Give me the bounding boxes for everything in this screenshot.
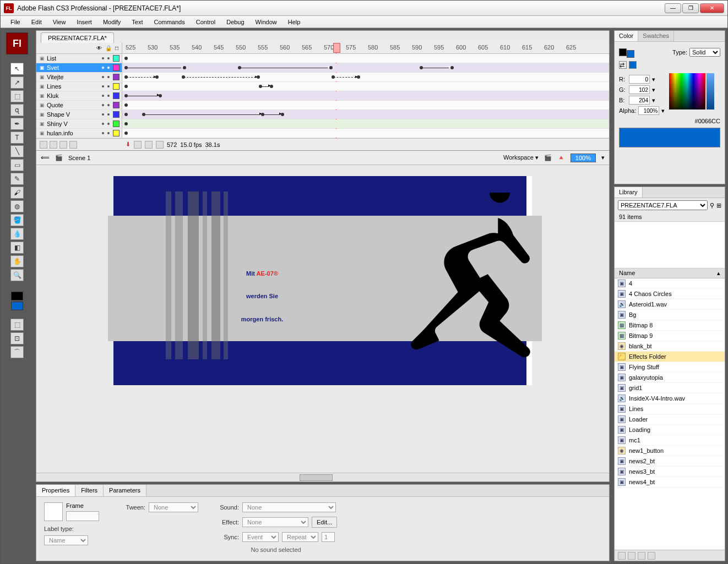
brightness-strip[interactable]: [707, 73, 714, 109]
new-symbol-button[interactable]: [618, 552, 626, 560]
maximize-button[interactable]: ❐: [682, 3, 699, 13]
library-item[interactable]: 🔊InsideX-V4-Intro.wav: [615, 393, 725, 404]
edit-effect-button[interactable]: Edit...: [312, 517, 337, 528]
fill-color-icon[interactable]: [627, 50, 634, 58]
tab-library[interactable]: Library: [615, 187, 643, 198]
menu-window[interactable]: Window: [250, 17, 282, 27]
sync-select[interactable]: Event: [242, 532, 279, 542]
r-input[interactable]: [629, 75, 650, 84]
default-colors-icon[interactable]: [629, 61, 637, 69]
library-item[interactable]: ▣4 Chaos Circles: [615, 289, 725, 299]
library-item[interactable]: ▩Bitmap 8: [615, 320, 725, 331]
library-item[interactable]: ▣news3_bt: [615, 467, 725, 477]
selection-tool[interactable]: ↖: [10, 63, 24, 75]
rectangle-tool[interactable]: ▭: [10, 159, 24, 171]
frame-label-input[interactable]: [66, 511, 99, 521]
delete-button[interactable]: [648, 552, 655, 560]
library-item[interactable]: ▣Bg: [615, 310, 725, 320]
zoom-dropdown[interactable]: ▾: [601, 154, 605, 161]
menu-debug[interactable]: Debug: [221, 17, 249, 27]
library-item[interactable]: ▣mc1: [615, 435, 725, 446]
color-picker[interactable]: [669, 73, 705, 109]
layer-row[interactable]: ▣Vitejte: [36, 73, 609, 82]
frame-ruler[interactable]: 5255305355405455505555605655705755805855…: [122, 43, 609, 53]
layer-row[interactable]: ▣Quote: [36, 101, 609, 110]
snap-option[interactable]: ⌒: [10, 346, 24, 358]
colortype-select[interactable]: Solid: [689, 48, 720, 57]
tab-color[interactable]: Color: [615, 31, 638, 41]
repeat-count-input[interactable]: [322, 532, 335, 542]
stage[interactable]: Mit AE-07® werden Sie morgen frisch.: [113, 176, 532, 385]
menu-control[interactable]: Control: [191, 17, 221, 27]
library-item[interactable]: ▣Flying Stuff: [615, 362, 725, 373]
lib-col-name[interactable]: Name: [619, 270, 635, 277]
edit-scene-button[interactable]: 🎬: [544, 154, 552, 161]
pencil-tool[interactable]: ✎: [10, 173, 24, 185]
layer-row[interactable]: ▣List: [36, 54, 609, 63]
library-item[interactable]: ▣Loading: [615, 425, 725, 435]
layer-row[interactable]: ▣Shiny V: [36, 119, 609, 129]
library-item[interactable]: 📁Effects Folder: [615, 352, 725, 362]
layer-row[interactable]: ▣hulan.info: [36, 129, 609, 138]
new-layer-button[interactable]: [40, 141, 47, 149]
new-folder-button[interactable]: [628, 552, 635, 560]
tab-properties[interactable]: Properties: [36, 485, 75, 496]
brush-tool[interactable]: 🖌: [10, 187, 24, 199]
free-transform-tool[interactable]: ⬚: [10, 90, 24, 102]
new-motion-guide-button[interactable]: [50, 141, 57, 149]
tab-parameters[interactable]: Parameters: [104, 485, 146, 496]
lasso-tool[interactable]: ɋ: [10, 104, 24, 116]
alpha-input[interactable]: [638, 106, 659, 115]
labeltype-select[interactable]: Name: [44, 535, 88, 545]
workspace-menu[interactable]: Workspace ▾: [503, 154, 539, 161]
layer-row[interactable]: ▣Lines: [36, 82, 609, 91]
scene-name[interactable]: Scene 1: [68, 155, 90, 161]
eraser-tool[interactable]: ◧: [10, 242, 24, 254]
pen-tool[interactable]: ✒: [10, 118, 24, 130]
paint-bucket-tool[interactable]: 🪣: [10, 214, 24, 226]
onion-skin-button[interactable]: [134, 141, 142, 149]
menu-edit[interactable]: Edit: [26, 17, 47, 27]
zoom-level[interactable]: 100%: [571, 154, 596, 162]
library-item[interactable]: ▣4: [615, 278, 725, 289]
close-button[interactable]: ✕: [700, 3, 724, 13]
document-tab[interactable]: PREZENTACE7.FLA*: [41, 32, 114, 43]
library-item[interactable]: ▣grid1: [615, 383, 725, 393]
g-input[interactable]: [629, 85, 650, 94]
stage-area[interactable]: Mit AE-07® werden Sie morgen frisch.: [36, 165, 609, 473]
library-item[interactable]: ▣Lines: [615, 404, 725, 414]
lock-icon[interactable]: 🔒: [105, 45, 112, 51]
library-item[interactable]: ▩Bitmap 9: [615, 331, 725, 341]
pin-library-icon[interactable]: ⚲: [710, 202, 714, 209]
minimize-button[interactable]: —: [665, 3, 681, 13]
library-item[interactable]: ▣galaxyutopia: [615, 373, 725, 383]
tool-option-1[interactable]: ⬚: [10, 319, 24, 331]
tab-filters[interactable]: Filters: [75, 485, 104, 496]
library-item[interactable]: ▣Loader: [615, 414, 725, 425]
library-item[interactable]: ▣news2_bt: [615, 456, 725, 467]
swap-colors-icon[interactable]: ⇄: [619, 61, 627, 69]
subselect-tool[interactable]: ↗: [10, 76, 24, 89]
fill-swatch[interactable]: [11, 302, 23, 310]
new-library-icon[interactable]: ⊞: [716, 202, 721, 209]
menu-file[interactable]: File: [5, 17, 26, 27]
visibility-icon[interactable]: 👁: [96, 45, 102, 51]
delete-layer-button[interactable]: [69, 141, 77, 149]
ink-bottle-tool[interactable]: ◍: [10, 200, 24, 212]
repeat-select[interactable]: Repeat: [282, 532, 318, 542]
line-tool[interactable]: ╲: [10, 145, 24, 157]
stage-scrollbar-h[interactable]: [36, 473, 609, 481]
edit-symbol-button[interactable]: 🔺: [557, 154, 565, 161]
layer-row[interactable]: ▣Kluk: [36, 91, 609, 101]
library-item[interactable]: 🔊Asteroid1.wav: [615, 299, 725, 310]
stroke-color-icon[interactable]: [619, 48, 627, 56]
library-item[interactable]: ◉blank_bt: [615, 341, 725, 352]
layer-row[interactable]: ▣Svet: [36, 63, 609, 73]
new-folder-button[interactable]: [59, 141, 67, 149]
menu-help[interactable]: Help: [282, 17, 306, 27]
menu-commands[interactable]: Commands: [148, 17, 190, 27]
outline-icon[interactable]: □: [115, 45, 118, 51]
library-item[interactable]: ◉new1_button: [615, 446, 725, 456]
library-list[interactable]: ▣4▣4 Chaos Circles🔊Asteroid1.wav▣Bg▩Bitm…: [615, 278, 725, 550]
tab-swatches[interactable]: Swatches: [638, 31, 674, 41]
